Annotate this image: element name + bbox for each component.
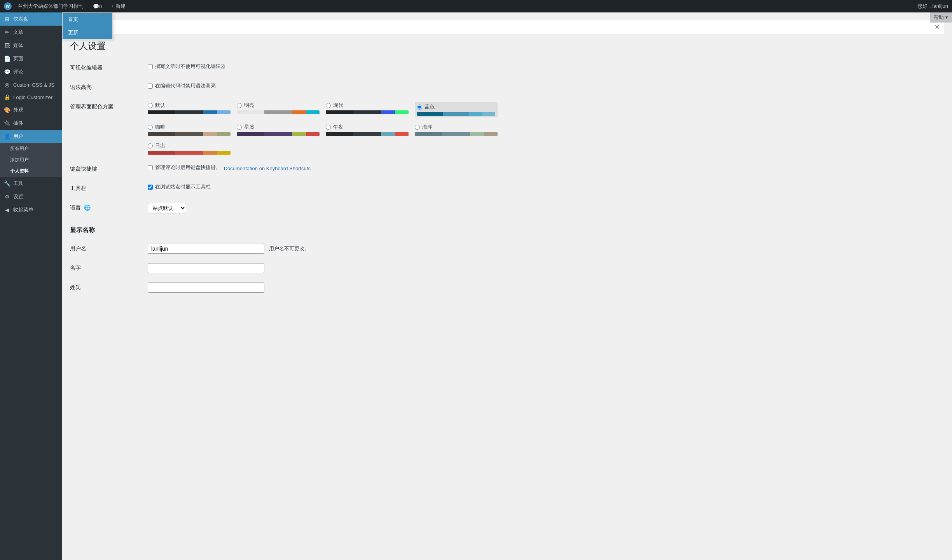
- scheme-coffee-label[interactable]: 咖啡: [148, 124, 231, 131]
- scheme-sunrise-name: 日出: [155, 142, 165, 149]
- sidebar-item-users[interactable]: 👤 用户 所有用户 添加用户 个人资料: [0, 130, 62, 177]
- adminbar-new[interactable]: + 新建: [108, 0, 129, 12]
- scheme-coffee-preview: [148, 132, 231, 136]
- sidebar-label-custom-css: Custom CSS & JS: [13, 82, 54, 88]
- scheme-ocean[interactable]: 海洋: [415, 124, 498, 136]
- sidebar-link-login-customizer[interactable]: 🔒 Login Customizer: [0, 91, 62, 103]
- scheme-default-label[interactable]: 默认: [148, 102, 231, 109]
- scheme-ectoplasm[interactable]: 星质: [237, 124, 320, 136]
- scheme-modern[interactable]: 现代: [326, 102, 409, 117]
- submenu-all-users[interactable]: 所有用户: [0, 143, 62, 154]
- last-name-input[interactable]: [148, 283, 264, 293]
- sidebar-item-appearance[interactable]: 🎨 外观: [0, 103, 62, 117]
- submenu-profile[interactable]: 个人资料: [0, 166, 62, 177]
- submenu-link-profile[interactable]: 个人资料: [0, 166, 62, 177]
- scheme-light-label[interactable]: 明亮: [237, 102, 320, 109]
- visual-editor-checkbox[interactable]: [148, 64, 153, 69]
- scheme-midnight-radio[interactable]: [326, 125, 331, 130]
- scheme-ocean-preview: [415, 132, 498, 136]
- appearance-icon: 🎨: [4, 107, 10, 113]
- scheme-sunrise[interactable]: 日出: [148, 142, 231, 155]
- scheme-default-name: 默认: [155, 102, 165, 109]
- sidebar-link-settings[interactable]: ⚙ 设置: [0, 190, 62, 203]
- scheme-midnight-label[interactable]: 午夜: [326, 124, 409, 131]
- sidebar-item-tools[interactable]: 🔧 工具: [0, 177, 62, 190]
- notice-close-button[interactable]: ✕: [935, 23, 940, 31]
- dropdown-home[interactable]: 首页: [63, 13, 112, 26]
- sidebar-link-users[interactable]: 👤 用户: [0, 130, 62, 143]
- sidebar-link-posts[interactable]: ✏ 文章: [0, 26, 62, 39]
- language-select[interactable]: 站点默认 English 中文(简体): [148, 203, 186, 213]
- adminbar-comments[interactable]: 💬 0: [90, 0, 105, 12]
- sidebar-label-collapse: 收起菜单: [13, 206, 33, 213]
- scheme-ocean-label[interactable]: 海洋: [415, 124, 498, 131]
- submenu-add-user[interactable]: 添加用户: [0, 154, 62, 166]
- sidebar-item-comments[interactable]: 💬 评论: [0, 65, 62, 79]
- sidebar-item-pages[interactable]: 📄 页面: [0, 52, 62, 65]
- scheme-blue-label[interactable]: 蓝色: [417, 103, 495, 110]
- sidebar-item-custom-css[interactable]: ◎ Custom CSS & JS: [0, 79, 62, 91]
- sidebar-link-pages[interactable]: 📄 页面: [0, 52, 62, 65]
- scheme-light-preview: [237, 110, 320, 114]
- scheme-ocean-radio[interactable]: [415, 125, 420, 130]
- dropdown-updates-link[interactable]: 更新: [63, 26, 112, 39]
- sidebar-item-plugins[interactable]: 🔌 插件: [0, 117, 62, 130]
- sidebar-item-settings[interactable]: ⚙ 设置: [0, 190, 62, 203]
- sidebar-item-collapse[interactable]: ◀ 收起菜单: [0, 203, 62, 216]
- sidebar-link-plugins[interactable]: 🔌 插件: [0, 117, 62, 130]
- scheme-sunrise-label[interactable]: 日出: [148, 142, 231, 149]
- sidebar-label-plugins: 插件: [13, 120, 23, 127]
- scheme-ectoplasm-label[interactable]: 星质: [237, 124, 320, 131]
- scheme-light[interactable]: 明亮: [237, 102, 320, 117]
- sidebar-label-login-customizer: Login Customizer: [13, 94, 52, 100]
- keyboard-shortcuts-checkbox-label[interactable]: 管理评论时启用键盘快捷键。: [148, 164, 221, 171]
- submenu-link-add-user[interactable]: 添加用户: [0, 154, 62, 166]
- scheme-ectoplasm-radio[interactable]: [237, 125, 242, 130]
- sidebar-link-custom-css[interactable]: ◎ Custom CSS & JS: [0, 79, 62, 91]
- dashboard-icon: ⊞: [4, 16, 10, 22]
- username-input[interactable]: [148, 244, 264, 254]
- syntax-highlight-checkbox-label[interactable]: 在编辑代码时禁用语法高亮: [148, 82, 944, 89]
- sidebar-link-collapse[interactable]: ◀ 收起菜单: [0, 203, 62, 216]
- keyboard-shortcuts-checkbox[interactable]: [148, 165, 153, 170]
- keyboard-shortcuts-link[interactable]: Documentation on Keyboard Shortcuts: [224, 166, 311, 171]
- help-button[interactable]: 帮助 ▾: [930, 12, 952, 23]
- first-name-input[interactable]: [148, 263, 264, 273]
- syntax-highlight-checkbox[interactable]: [148, 84, 153, 89]
- sidebar-item-posts[interactable]: ✏ 文章: [0, 26, 62, 39]
- scheme-default-radio[interactable]: [148, 103, 153, 108]
- syntax-highlight-checkbox-text: 在编辑代码时禁用语法高亮: [155, 82, 216, 89]
- dropdown-updates[interactable]: 更新: [63, 26, 112, 39]
- dropdown-home-link[interactable]: 首页: [63, 13, 112, 26]
- toolbar-checkbox[interactable]: [148, 185, 153, 190]
- custom-css-icon: ◎: [4, 82, 10, 88]
- sidebar-link-dashboard[interactable]: ⊞ 仪表盘: [0, 12, 62, 26]
- sidebar-link-comments[interactable]: 💬 评论: [0, 65, 62, 79]
- scheme-modern-label[interactable]: 现代: [326, 102, 409, 109]
- submenu-link-all-users[interactable]: 所有用户: [0, 143, 62, 154]
- scheme-coffee[interactable]: 咖啡: [148, 124, 231, 136]
- sidebar-link-appearance[interactable]: 🎨 外观: [0, 103, 62, 117]
- users-icon: 👤: [4, 133, 10, 140]
- toolbar-checkbox-label[interactable]: 在浏览站点时显示工具栏: [148, 183, 944, 190]
- syntax-highlight-label: 语法高亮: [70, 78, 148, 97]
- scheme-modern-preview: [326, 110, 409, 114]
- scheme-light-radio[interactable]: [237, 103, 242, 108]
- sidebar-item-dashboard[interactable]: ⊞ 仪表盘 首页 更新: [0, 12, 62, 26]
- sidebar-item-login-customizer[interactable]: 🔒 Login Customizer: [0, 91, 62, 103]
- visual-editor-checkbox-label[interactable]: 撰写文章时不使用可视化编辑器: [148, 63, 944, 70]
- scheme-default[interactable]: 默认: [148, 102, 231, 117]
- toolbar-checkbox-text: 在浏览站点时显示工具栏: [155, 183, 211, 190]
- scheme-sunrise-radio[interactable]: [148, 143, 153, 148]
- sidebar-item-media[interactable]: 🖼 媒体: [0, 39, 62, 52]
- adminbar-site-name[interactable]: 兰州大学融媒体部门学习报刊: [15, 0, 87, 12]
- scheme-blue-radio[interactable]: [417, 105, 422, 110]
- wp-logo-icon[interactable]: W: [4, 2, 12, 10]
- scheme-blue[interactable]: 蓝色: [415, 102, 498, 117]
- page-title: 个人设置: [70, 40, 944, 52]
- scheme-midnight[interactable]: 午夜: [326, 124, 409, 136]
- scheme-modern-radio[interactable]: [326, 103, 331, 108]
- sidebar-link-tools[interactable]: 🔧 工具: [0, 177, 62, 190]
- scheme-coffee-radio[interactable]: [148, 125, 153, 130]
- sidebar-link-media[interactable]: 🖼 媒体: [0, 39, 62, 52]
